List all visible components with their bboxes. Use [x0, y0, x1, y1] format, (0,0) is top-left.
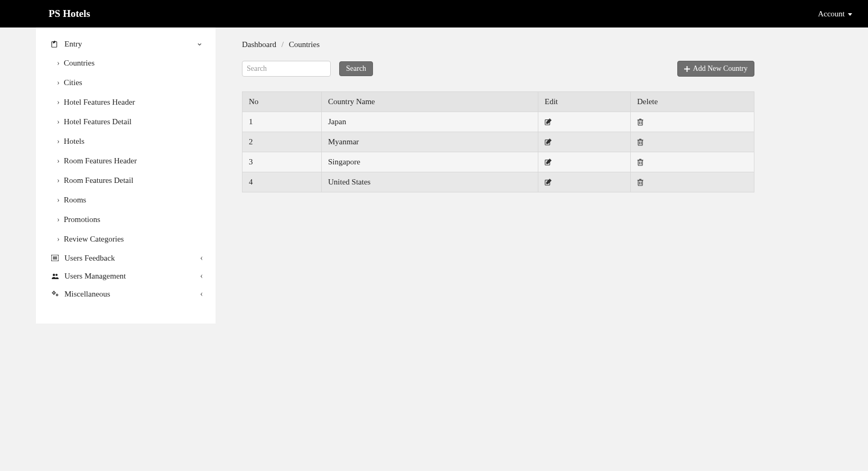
th-edit: Edit: [538, 92, 631, 112]
edit-row-button[interactable]: [545, 118, 624, 126]
search-button[interactable]: Search: [339, 61, 373, 76]
table-row: 4United States: [242, 172, 754, 192]
countries-table: No Country Name Edit Delete 1Japan2Myanm…: [242, 91, 754, 192]
chevron-right-icon: [57, 79, 60, 87]
account-label: Account: [818, 10, 845, 19]
sidebar-subitem-hotel-features-detail[interactable]: Hotel Features Detail: [36, 112, 216, 132]
cell-country-name: United States: [322, 172, 538, 192]
cogs-icon: [51, 290, 59, 298]
breadcrumb: Dashboard / Countries: [242, 40, 754, 49]
sidebar-subitem-cities[interactable]: Cities: [36, 73, 216, 93]
chevron-left-icon: [200, 271, 203, 281]
sidebar-subitem-countries[interactable]: Countries: [36, 53, 216, 73]
th-name: Country Name: [322, 92, 538, 112]
sidebar-subitem-label: Hotel Features Detail: [64, 117, 132, 126]
sidebar-subitem-rooms[interactable]: Rooms: [36, 190, 216, 210]
cell-country-name: Myanmar: [322, 132, 538, 152]
sidebar-subitem-label: Countries: [64, 59, 95, 68]
caret-down-icon: [848, 13, 852, 16]
svg-point-8: [56, 294, 58, 295]
table-row: 2Myanmar: [242, 132, 754, 152]
delete-row-button[interactable]: [637, 118, 748, 126]
sidebar-subitem-label: Promotions: [64, 215, 100, 224]
sidebar-subitem-room-features-detail[interactable]: Room Features Detail: [36, 171, 216, 190]
sidebar-subitem-label: Cities: [64, 78, 82, 87]
breadcrumb-separator: /: [278, 40, 287, 49]
chevron-right-icon: [57, 59, 60, 68]
sidebar-subitem-promotions[interactable]: Promotions: [36, 210, 216, 229]
users-icon: [51, 273, 59, 279]
sidebar-item-miscellaneous[interactable]: Miscellaneous: [36, 285, 216, 303]
svg-point-5: [52, 274, 54, 276]
account-dropdown[interactable]: Account: [818, 10, 852, 19]
brand[interactable]: PS Hotels: [49, 8, 90, 20]
edit-row-button[interactable]: [545, 179, 624, 186]
sidebar-entry-submenu: CountriesCitiesHotel Features HeaderHote…: [36, 53, 216, 249]
sidebar-subitem-room-features-header[interactable]: Room Features Header: [36, 151, 216, 171]
cell-country-name: Japan: [322, 112, 538, 132]
th-no: No: [242, 92, 322, 112]
table-row: 1Japan: [242, 112, 754, 132]
cell-no: 2: [242, 132, 322, 152]
sidebar-subitem-label: Room Features Detail: [64, 176, 134, 185]
navbar: PS Hotels Account: [0, 0, 868, 27]
chevron-right-icon: [57, 157, 60, 165]
chevron-right-icon: [57, 235, 60, 244]
delete-row-button[interactable]: [637, 179, 748, 186]
breadcrumb-dashboard[interactable]: Dashboard: [242, 40, 276, 49]
svg-rect-34: [638, 180, 642, 186]
edit-icon: [51, 41, 59, 48]
sidebar-feedback-label: Users Feedback: [64, 254, 115, 263]
cell-no: 3: [242, 152, 322, 172]
edit-row-button[interactable]: [545, 159, 624, 166]
sidebar-subitem-hotel-features-header[interactable]: Hotel Features Header: [36, 93, 216, 112]
cell-country-name: Singapore: [322, 152, 538, 172]
sidebar-subitem-label: Hotels: [64, 137, 85, 146]
sidebar-item-users-feedback[interactable]: Users Feedback: [36, 249, 216, 267]
add-country-label: Add New Country: [693, 64, 748, 73]
svg-point-7: [53, 292, 55, 294]
plus-icon: [684, 66, 690, 72]
main-content: Dashboard / Countries Search Add New Cou…: [216, 27, 776, 205]
chevron-right-icon: [57, 177, 60, 185]
toolbar: Search Add New Country: [242, 61, 754, 77]
sidebar-subitem-label: Review Categories: [64, 235, 124, 244]
sidebar-misc-label: Miscellaneous: [64, 290, 110, 299]
svg-rect-28: [638, 160, 642, 165]
chevron-left-icon: [200, 253, 203, 263]
cell-no: 1: [242, 112, 322, 132]
chevron-right-icon: [57, 118, 60, 126]
breadcrumb-current: Countries: [289, 40, 320, 49]
chevron-right-icon: [57, 196, 60, 205]
cell-no: 4: [242, 172, 322, 192]
sidebar: Entry CountriesCitiesHotel Features Head…: [36, 27, 216, 324]
sidebar-subitem-hotels[interactable]: Hotels: [36, 132, 216, 151]
svg-rect-16: [638, 120, 642, 125]
chevron-right-icon: [57, 216, 60, 224]
th-delete: Delete: [631, 92, 754, 112]
delete-row-button[interactable]: [637, 138, 748, 146]
delete-row-button[interactable]: [637, 159, 748, 166]
edit-row-button[interactable]: [545, 138, 624, 146]
sidebar-entry-label: Entry: [64, 40, 82, 49]
svg-rect-22: [638, 140, 642, 145]
chevron-right-icon: [57, 98, 60, 107]
sidebar-subitem-label: Room Features Header: [64, 156, 137, 165]
sidebar-item-entry[interactable]: Entry: [36, 35, 216, 53]
list-icon: [51, 255, 59, 261]
table-row: 3Singapore: [242, 152, 754, 172]
sidebar-subitem-label: Rooms: [64, 196, 87, 205]
sidebar-subitem-label: Hotel Features Header: [64, 98, 135, 107]
search-input[interactable]: [242, 61, 331, 77]
chevron-right-icon: [57, 137, 60, 146]
sidebar-users-mgmt-label: Users Management: [64, 272, 126, 281]
chevron-down-icon: [196, 39, 203, 49]
add-country-button[interactable]: Add New Country: [677, 61, 754, 77]
sidebar-subitem-review-categories[interactable]: Review Categories: [36, 229, 216, 249]
sidebar-item-users-management[interactable]: Users Management: [36, 267, 216, 285]
chevron-left-icon: [200, 289, 203, 299]
svg-point-6: [55, 274, 58, 276]
